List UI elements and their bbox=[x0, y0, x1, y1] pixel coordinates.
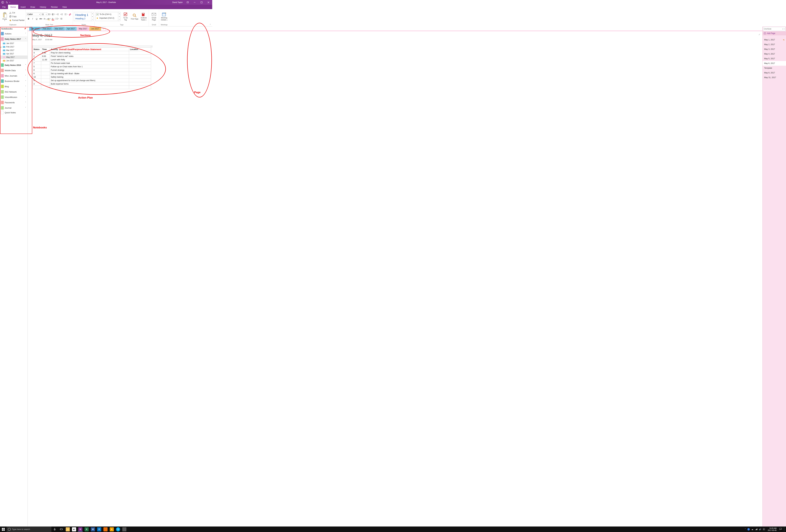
table-row[interactable]: 3Build expense forms bbox=[32, 82, 151, 86]
table-cell[interactable] bbox=[32, 86, 41, 89]
table-cell[interactable] bbox=[129, 75, 151, 79]
table-cell[interactable]: Set up appointment for truck (oil change… bbox=[50, 79, 129, 82]
notebook-quick-notes[interactable]: Quick Notes bbox=[0, 111, 27, 115]
ribbon-options-button[interactable] bbox=[185, 0, 191, 5]
table-cell[interactable]: 6 bbox=[32, 72, 41, 75]
table-cell[interactable] bbox=[41, 62, 50, 65]
table-cell[interactable]: Fix furnace water leak bbox=[50, 62, 129, 65]
notebook-journal[interactable]: Journal˅ bbox=[0, 105, 27, 111]
table-row[interactable]: X6:30Prep for client meeting bbox=[32, 51, 151, 54]
section-tab-may-2017[interactable]: May 2017 bbox=[77, 27, 89, 31]
align-button[interactable]: ▾ bbox=[64, 13, 68, 16]
table-row[interactable]: 6Set up meeting with Brad - Blake bbox=[32, 72, 151, 75]
pin-panel-icon[interactable]: 📌 bbox=[24, 28, 26, 30]
note-container[interactable]: ······↔ StatusTimeActivityLocationX6:30P… bbox=[32, 46, 151, 89]
notebook-mobile-data[interactable]: Mobile Data˅ bbox=[0, 68, 27, 73]
table-cell[interactable] bbox=[41, 68, 50, 72]
table-header[interactable]: Time bbox=[41, 48, 50, 51]
table-cell[interactable] bbox=[129, 68, 151, 72]
add-section-button[interactable]: + bbox=[101, 27, 105, 31]
table-cell[interactable]: Prep for client meeting bbox=[50, 51, 129, 54]
table-cell[interactable] bbox=[41, 75, 50, 79]
paste-button[interactable]: Paste ▾ bbox=[1, 12, 8, 21]
menu-tab-file[interactable]: File bbox=[0, 5, 8, 9]
page-title[interactable]: May 6, 2017 bbox=[32, 33, 212, 38]
paragraph-spacing-button[interactable]: ▾ bbox=[55, 17, 59, 20]
table-cell[interactable]: Lunch with Kelly bbox=[50, 58, 129, 62]
format-painter-button[interactable]: Format Painter bbox=[9, 19, 25, 22]
table-cell[interactable] bbox=[41, 79, 50, 82]
menu-tab-insert[interactable]: Insert bbox=[18, 5, 28, 9]
activity-table[interactable]: StatusTimeActivityLocationX6:30Prep for … bbox=[32, 47, 151, 89]
table-row[interactable]: 7Fix furnace water leak bbox=[32, 62, 151, 65]
table-cell[interactable] bbox=[129, 51, 151, 54]
table-cell[interactable]: Finish "wired to eat" notes bbox=[50, 54, 129, 58]
notebook-section-mar-2017[interactable]: Mar 2017 bbox=[0, 49, 27, 52]
section-tab-jan-2017[interactable]: Jan 2017 bbox=[29, 27, 41, 31]
outdent-button[interactable] bbox=[56, 13, 60, 16]
style-heading1[interactable]: Heading 1 bbox=[75, 13, 93, 17]
subscript-button[interactable]: X2▾ bbox=[43, 17, 47, 20]
table-cell[interactable]: Set up meeting with Brad - Blake bbox=[50, 72, 129, 75]
signed-in-user[interactable]: David Taylor bbox=[172, 1, 183, 3]
notebook-section-jun-2017[interactable]: Jun 2017 bbox=[0, 59, 27, 62]
italic-button[interactable]: I bbox=[31, 17, 34, 20]
notebook-section-feb-2017[interactable]: Feb 2017 bbox=[0, 45, 27, 49]
table-cell[interactable] bbox=[129, 82, 151, 86]
table-cell[interactable] bbox=[129, 62, 151, 65]
table-row[interactable]: 8Funnel strategy bbox=[32, 68, 151, 72]
table-row[interactable]: 10Safety training bbox=[32, 75, 151, 79]
close-button[interactable] bbox=[205, 0, 212, 5]
bold-button[interactable]: B bbox=[27, 17, 30, 20]
table-cell[interactable]: 4 bbox=[32, 79, 41, 82]
styles-scroll[interactable]: ▴▾▿ bbox=[91, 12, 93, 21]
table-cell[interactable]: 2 bbox=[32, 54, 41, 58]
highlight-button[interactable]: ab▾ bbox=[47, 17, 51, 20]
notebook-i542-network[interactable]: i542 Network˅ bbox=[0, 89, 27, 94]
meeting-details-button[interactable]: Meeting Details ▾ bbox=[160, 12, 168, 21]
tag-todo[interactable]: ✔To Do (Ctrl+1) bbox=[96, 13, 120, 16]
clear-formatting-button[interactable] bbox=[68, 13, 72, 16]
styles-gallery[interactable]: Heading 1 Heading 2 ▴▾▿ bbox=[74, 12, 94, 21]
section-tab-apr-2017[interactable]: Apr 2017 bbox=[65, 27, 77, 31]
table-cell[interactable] bbox=[129, 72, 151, 75]
menu-tab-history[interactable]: History bbox=[38, 5, 49, 9]
notebook-visionmission[interactable]: VisionMission˅ bbox=[0, 94, 27, 100]
table-cell[interactable]: Funnel strategy bbox=[50, 68, 129, 72]
table-cell[interactable] bbox=[41, 82, 50, 86]
cut-button[interactable]: Cut bbox=[9, 11, 25, 14]
table-cell[interactable] bbox=[129, 86, 151, 89]
font-name-combo[interactable]: Calibri▾ bbox=[27, 13, 41, 16]
notebook-business-binder[interactable]: Business Binder˅ bbox=[0, 78, 27, 84]
delete-button[interactable] bbox=[59, 17, 63, 20]
table-row[interactable]: 111:30Lunch with Kelly bbox=[32, 58, 151, 62]
page-body[interactable]: May 6, 2017 May 5, 2017 10:00 AM ⤢ ·····… bbox=[28, 31, 212, 141]
table-cell[interactable]: 1 bbox=[32, 58, 41, 62]
table-cell[interactable]: Safety training bbox=[50, 75, 129, 79]
table-cell[interactable]: 11:30 bbox=[41, 58, 50, 62]
section-tab-feb-2017[interactable]: Feb 2017 bbox=[41, 27, 53, 31]
notebook-daily-notes-2016[interactable]: Daily Notes 2016˅ bbox=[0, 62, 27, 68]
table-row[interactable] bbox=[32, 86, 151, 89]
underline-button[interactable]: U bbox=[35, 17, 39, 20]
minimize-button[interactable] bbox=[191, 0, 198, 5]
menu-tab-home[interactable]: Home bbox=[8, 5, 18, 9]
table-cell[interactable]: 8 bbox=[32, 68, 41, 72]
undo-button[interactable] bbox=[4, 1, 9, 4]
section-tab-jun-2017[interactable]: Jun 2017 bbox=[89, 27, 101, 31]
notebook-section-apr-2017[interactable]: Apr 2017 bbox=[0, 52, 27, 55]
container-resize-handle[interactable]: ↔ bbox=[151, 46, 153, 47]
page-date[interactable]: May 5, 2017 bbox=[32, 39, 42, 41]
table-cell[interactable] bbox=[129, 54, 151, 58]
todo-tag-button[interactable]: To Do Tag bbox=[121, 12, 130, 21]
menu-tab-draw[interactable]: Draw bbox=[28, 5, 38, 9]
notebook-section-jan-2017[interactable]: Jan 2017 bbox=[0, 42, 27, 45]
table-row[interactable]: 4Set up appointment for truck (oil chang… bbox=[32, 79, 151, 82]
table-header[interactable]: Activity bbox=[50, 48, 129, 51]
table-cell[interactable]: X bbox=[32, 51, 41, 54]
back-button[interactable] bbox=[0, 1, 4, 4]
maximize-button[interactable] bbox=[199, 0, 205, 5]
section-tab-mar-2017[interactable]: Mar 2017 bbox=[53, 27, 65, 31]
notebook-passwords[interactable]: Passwords˅ bbox=[0, 100, 27, 105]
table-cell[interactable]: 10 bbox=[32, 75, 41, 79]
